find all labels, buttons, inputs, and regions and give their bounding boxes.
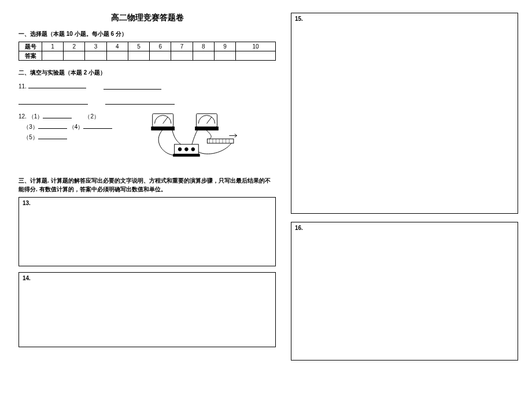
svg-point-8 (185, 148, 189, 151)
table-row: 题号 1 2 3 4 5 6 7 8 9 10 (19, 42, 276, 51)
answer-cell[interactable] (128, 51, 149, 61)
instrument-icon (139, 112, 243, 164)
col-num: 5 (128, 42, 149, 51)
col-num: 9 (214, 42, 235, 51)
svg-rect-10 (173, 154, 200, 157)
q11-label: 11. (19, 83, 27, 90)
col-num: 7 (171, 42, 193, 51)
blank-input[interactable] (38, 122, 67, 129)
choice-table: 题号 1 2 3 4 5 6 7 8 9 10 答案 (19, 42, 276, 61)
q12-p5: （5） (23, 134, 38, 140)
q13-label: 13. (23, 200, 31, 206)
q15-label: 15. (295, 16, 303, 22)
svg-rect-11 (207, 139, 233, 143)
answer-cell[interactable] (85, 51, 106, 61)
col-num: 3 (85, 42, 106, 51)
q16-label: 16. (295, 225, 303, 231)
col-num: 10 (236, 42, 276, 51)
page: 高二物理竞赛答题卷 一、选择题（本题 10 小题。每小题 6 分） 题号 1 2… (0, 0, 532, 405)
blank-input[interactable] (38, 132, 67, 139)
q11: 11. (19, 81, 276, 90)
blank-input[interactable] (43, 112, 72, 118)
answer-box-15[interactable]: 15. (291, 13, 518, 214)
svg-point-9 (191, 148, 195, 151)
col-num: 8 (193, 42, 214, 51)
col-num: 4 (106, 42, 128, 51)
answer-cell[interactable] (214, 51, 235, 61)
answer-box-13[interactable]: 13. (19, 197, 276, 266)
col-num: 2 (64, 42, 85, 51)
q12-text: 12. （1） （2） （3） （4） （5） (19, 112, 134, 143)
q12-label: 12. (19, 113, 27, 120)
q12-p1: （1） (28, 113, 43, 120)
blank-input[interactable] (105, 98, 175, 105)
answer-box-14[interactable]: 14. (19, 272, 276, 347)
circuit-diagram (139, 112, 276, 166)
answer-cell[interactable] (64, 51, 85, 61)
section3-heading: 三、计算题. 计算题的解答应写出必要的文字说明、方程式和重要的演算步骤，只写出最… (19, 176, 276, 194)
right-column: 15. 16. (291, 13, 518, 399)
section2-heading: 二、填空与实验题（本题 2 小题） (19, 69, 276, 77)
svg-rect-5 (195, 127, 219, 131)
blank-input[interactable] (83, 122, 112, 129)
answer-label: 答案 (19, 51, 42, 61)
answer-cell[interactable] (42, 51, 64, 61)
q14-label: 14. (23, 275, 31, 281)
header-cell: 题号 (19, 42, 42, 51)
answer-cell[interactable] (193, 51, 214, 61)
q11-row2 (19, 98, 276, 105)
blank-input[interactable] (104, 83, 161, 90)
section1-heading: 一、选择题（本题 10 小题。每小题 6 分） (19, 30, 276, 38)
q12-p2: （2） (84, 113, 99, 120)
blank-input[interactable] (19, 98, 88, 105)
col-num: 1 (42, 42, 64, 51)
q12-p3: （3） (23, 124, 38, 130)
q12: 12. （1） （2） （3） （4） （5） (19, 112, 276, 166)
answer-box-16[interactable]: 16. (291, 222, 518, 361)
table-row: 答案 (19, 51, 276, 61)
left-column: 高二物理竞赛答题卷 一、选择题（本题 10 小题。每小题 6 分） 题号 1 2… (19, 13, 276, 399)
svg-point-7 (178, 148, 182, 151)
svg-rect-2 (152, 127, 175, 131)
answer-cell[interactable] (150, 51, 171, 61)
q12-p4: （4） (69, 124, 84, 130)
col-num: 6 (150, 42, 171, 51)
page-title: 高二物理竞赛答题卷 (19, 13, 276, 23)
answer-cell[interactable] (171, 51, 193, 61)
answer-cell[interactable] (106, 51, 128, 61)
blank-input[interactable] (28, 81, 86, 88)
answer-cell[interactable] (236, 51, 276, 61)
